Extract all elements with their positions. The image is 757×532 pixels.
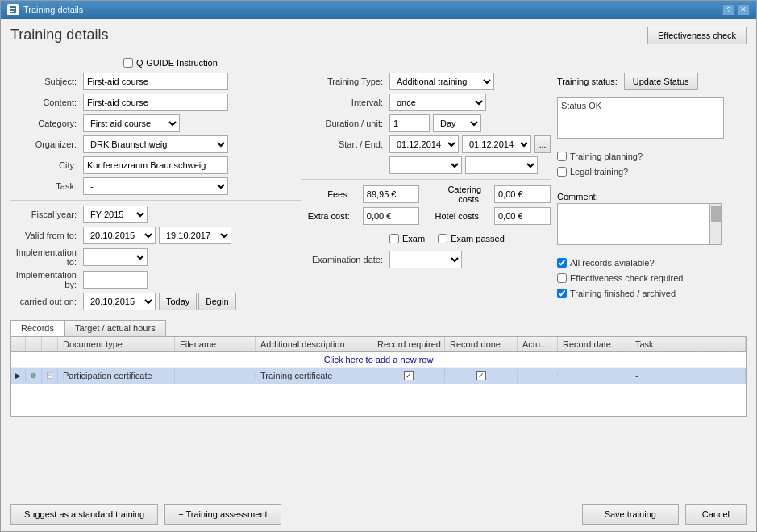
organizer-select[interactable]: DRK Braunschweig: [83, 135, 228, 153]
subject-row: Subject:: [10, 73, 301, 90]
record-done-checkbox: [476, 371, 486, 380]
fees-section: Fees: Catering costs: Extra cost: Hotel …: [301, 185, 551, 225]
end-date-select[interactable]: 01.12.2014: [462, 135, 531, 153]
window-icon: [7, 4, 19, 15]
duration-input[interactable]: [389, 114, 430, 132]
valid-from-select[interactable]: 20.10.2015: [83, 227, 156, 244]
document-icon: [47, 370, 52, 381]
all-records-label: All records avialable?: [570, 258, 655, 268]
td-record-date: [558, 373, 630, 378]
start-time-select[interactable]: [389, 156, 462, 174]
add-row-link[interactable]: Click here to add a new row: [11, 352, 746, 368]
qguide-row: Q-GUIDE Instruction: [123, 58, 747, 68]
tabs-area: Records Target / actual hours Document t…: [10, 320, 747, 417]
day-select[interactable]: Day: [433, 114, 481, 132]
impl-by-input[interactable]: [83, 271, 148, 289]
save-training-button[interactable]: Save training: [582, 504, 679, 525]
catering-label: Catering costs:: [426, 185, 488, 204]
td-task: -: [630, 368, 746, 383]
close-button[interactable]: ✕: [737, 4, 750, 15]
content-row: Content:: [10, 94, 301, 111]
training-assessment-button[interactable]: + Training assessment: [164, 504, 281, 525]
fiscal-row: Fiscal year: FY 2015: [10, 206, 301, 223]
impl-to-select[interactable]: [83, 248, 148, 266]
th-additional-description: Additional description: [256, 337, 372, 351]
extra-cost-input[interactable]: [363, 207, 419, 225]
fiscal-label: Fiscal year:: [10, 210, 83, 219]
status-section: Training status: Update Status Status OK…: [557, 73, 747, 301]
effectiveness-check-req-checkbox[interactable]: [557, 273, 567, 283]
exam-label: Exam: [402, 234, 425, 243]
task-select[interactable]: -: [83, 177, 228, 195]
all-records-checkbox[interactable]: [557, 258, 567, 268]
td-icon2: [42, 368, 58, 384]
help-button[interactable]: ?: [722, 4, 735, 15]
table-row[interactable]: ▶: [11, 368, 746, 384]
category-label: Category:: [10, 118, 83, 128]
extra-cost-label: Extra cost:: [301, 211, 356, 221]
th-filename: Filename: [175, 337, 256, 351]
legal-training-row: Legal training?: [557, 167, 747, 177]
comment-textarea[interactable]: [557, 203, 710, 245]
interval-select[interactable]: once: [389, 94, 486, 111]
th-document-type: Document type: [58, 337, 175, 351]
effectiveness-check-button[interactable]: Effectiveness check: [647, 27, 747, 44]
organizer-row: Organizer: DRK Braunschweig: [10, 135, 301, 153]
td-icon1: [26, 368, 42, 384]
training-planning-checkbox[interactable]: [557, 152, 567, 161]
end-time-select[interactable]: [465, 156, 538, 174]
training-finished-label: Training finished / archived: [570, 289, 676, 298]
today-button[interactable]: Today: [159, 293, 197, 310]
content-input[interactable]: [83, 94, 228, 111]
carried-row: carried out on: 20.10.2015 Today Begin: [10, 293, 301, 310]
training-type-select[interactable]: Additional training: [389, 73, 494, 90]
all-records-row: All records avialable?: [557, 258, 747, 268]
duration-row: Duration / unit: Day: [301, 114, 551, 132]
impl-to-label: Implementation to:: [10, 247, 83, 267]
main-window: Training details ? ✕ Training details Ef…: [0, 0, 757, 532]
training-finished-checkbox[interactable]: [557, 289, 567, 298]
interval-row: Interval: once: [301, 94, 551, 111]
category-select[interactable]: First aid course: [83, 114, 180, 132]
exam-row: Exam Exam passed: [301, 230, 551, 247]
valid-to-select[interactable]: 19.10.2017: [159, 227, 231, 244]
title-bar: Training details ? ✕: [1, 1, 756, 19]
carried-select[interactable]: 20.10.2015: [83, 293, 156, 310]
svg-rect-3: [10, 11, 14, 12]
td-document-type: Participation certificate: [58, 368, 175, 383]
tab-records[interactable]: Records: [10, 320, 64, 336]
start-date-select[interactable]: 01.12.2014: [389, 135, 459, 153]
qguide-label: Q-GUIDE Instruction: [136, 58, 218, 68]
organizer-label: Organizer:: [10, 139, 83, 149]
th-record-done: Record done: [445, 337, 518, 351]
subject-input[interactable]: [83, 73, 228, 90]
td-record-required: [372, 368, 445, 383]
exam-checkbox[interactable]: [389, 234, 399, 243]
begin-button[interactable]: Begin: [198, 293, 235, 310]
date-picker-button[interactable]: ...: [534, 135, 551, 153]
qguide-checkbox[interactable]: [123, 58, 133, 68]
hotel-label: Hotel costs:: [426, 211, 488, 221]
catering-input[interactable]: [494, 185, 551, 203]
exam-passed-checkbox[interactable]: [438, 234, 447, 243]
fees-input[interactable]: [363, 185, 419, 203]
city-input[interactable]: [83, 156, 228, 174]
comment-scrollbar: [710, 203, 722, 245]
svg-rect-1: [10, 8, 15, 9]
main-content: Training details Effectiveness check Q-G…: [1, 19, 756, 497]
suggest-standard-button[interactable]: Suggest as a standard training: [10, 504, 158, 525]
interval-label: Interval:: [301, 98, 389, 107]
cancel-button[interactable]: Cancel: [685, 504, 747, 525]
tab-target[interactable]: Target / actual hours: [64, 320, 166, 336]
start-time-row: [301, 156, 551, 174]
fiscal-select[interactable]: FY 2015: [83, 206, 148, 223]
legal-training-checkbox[interactable]: [557, 167, 567, 177]
hotel-input[interactable]: [494, 207, 551, 225]
window-controls: ? ✕: [722, 4, 750, 15]
td-record-done: [445, 368, 518, 383]
effectiveness-check-req-label: Effectiveness check required: [570, 273, 683, 283]
th-record-required: Record required: [372, 337, 445, 351]
exam-date-select[interactable]: [389, 251, 462, 268]
update-status-button[interactable]: Update Status: [624, 73, 698, 90]
fees-label: Fees:: [301, 189, 356, 199]
